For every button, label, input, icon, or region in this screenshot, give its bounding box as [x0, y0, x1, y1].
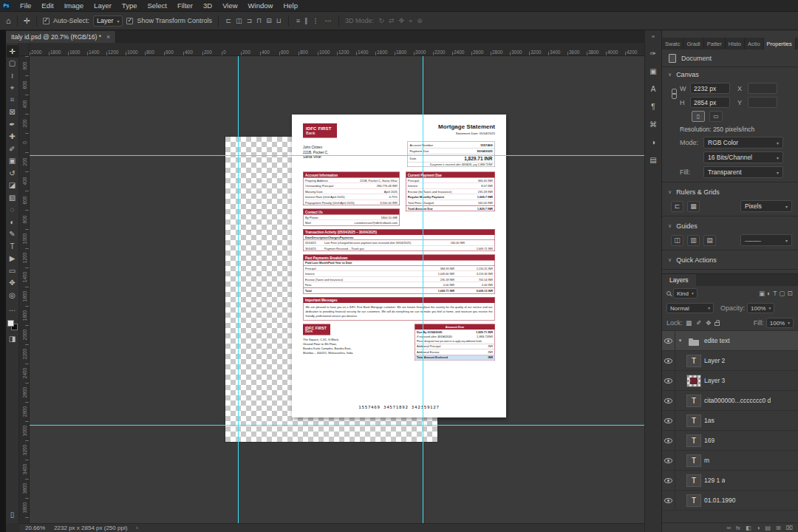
guides-section-header[interactable]: ∨ Guides [662, 219, 798, 233]
menu-view[interactable]: View [217, 0, 242, 11]
guide-layout-icon[interactable]: ◫ [671, 235, 683, 246]
character-panel-icon[interactable]: A [651, 85, 656, 93]
tab-actions[interactable]: Actio [745, 38, 764, 50]
paragraph-panel-icon[interactable]: ¶ [651, 103, 655, 111]
align-top-icon[interactable]: ⊓ [256, 18, 263, 24]
menu-image[interactable]: Image [59, 0, 89, 11]
layer-row-layer-3[interactable]: Layer 3 [662, 371, 798, 391]
layer-name[interactable]: Layer 2 [704, 357, 725, 364]
foreground-background-colors[interactable] [7, 320, 18, 330]
layer-mask-icon[interactable]: ◧ [746, 525, 751, 531]
lock-pixels-icon[interactable]: ✐ [695, 319, 703, 327]
layer-row-edite-text[interactable]: ▾ edite text [662, 331, 798, 351]
menu-file[interactable]: File [15, 0, 36, 11]
layer-row-169[interactable]: T 169 [662, 431, 798, 451]
quick-actions-section-header[interactable]: ∨ Quick Actions [662, 253, 798, 267]
tab-patterns[interactable]: Patter [704, 38, 726, 50]
status-options-icon[interactable]: › [136, 525, 138, 531]
menu-type[interactable]: Type [117, 0, 143, 11]
canvas-section-header[interactable]: ∨ Canvas [662, 67, 798, 81]
marquee-tool[interactable]: ▢ [7, 58, 18, 70]
hand-tool[interactable]: ✥ [7, 277, 18, 290]
height-field[interactable]: 2854 px [690, 97, 730, 108]
tab-close-icon[interactable]: × [106, 33, 110, 41]
y-field[interactable] [748, 97, 777, 108]
crop-tool[interactable]: ⌗ [7, 94, 18, 106]
guide-clear-icon[interactable]: ▥ [687, 235, 700, 246]
screen-mode-icon[interactable]: ▯ [7, 509, 18, 522]
align-right-icon[interactable]: ⊐ [245, 18, 253, 24]
clone-stamp-tool[interactable]: ▣ [7, 155, 18, 168]
landscape-orientation-button[interactable]: ▭ [709, 111, 723, 122]
pen-tool[interactable]: ✎ [7, 228, 18, 241]
vertical-guide-1[interactable] [238, 56, 239, 523]
guide-line-style-dropdown[interactable]: ——— [740, 234, 792, 246]
fill-dropdown[interactable]: 100% [766, 318, 794, 328]
layer-visibility-toggle[interactable] [662, 391, 675, 410]
new-layer-icon[interactable]: ⊞ [776, 525, 781, 531]
align-bottom-icon[interactable]: ⊔ [275, 18, 282, 24]
move-tool[interactable]: ✛ [7, 45, 18, 58]
filter-kind-dropdown[interactable]: Kind [673, 288, 698, 299]
tab-history[interactable]: Histo [726, 38, 745, 50]
layer-name[interactable]: cita000000...ccccccc0 d [704, 397, 771, 404]
group-expand-chevron[interactable]: ▾ [677, 338, 683, 344]
align-h-center-icon[interactable]: ◫ [235, 18, 244, 24]
path-selection-tool[interactable]: ▶ [7, 253, 18, 265]
libraries-panel-icon[interactable]: ▤ [649, 156, 656, 164]
shape-tool[interactable]: ▭ [7, 265, 18, 277]
layer-group-icon[interactable]: ▤ [765, 525, 771, 531]
lock-transparency-icon[interactable]: ▦ [685, 319, 693, 327]
show-transform-controls-checkbox[interactable] [126, 18, 133, 24]
horizontal-guide-1[interactable] [30, 155, 644, 156]
eraser-tool[interactable]: ◪ [7, 180, 18, 192]
adjustment-layer-icon[interactable]: ◑ [757, 525, 760, 531]
zoom-level[interactable]: 20.66% [25, 525, 45, 531]
layer-name[interactable]: 1as [704, 417, 715, 424]
tab-layers[interactable]: Layers [662, 274, 696, 286]
tab-gradients[interactable]: Gradi [683, 38, 703, 50]
portrait-orientation-button[interactable]: ▯ [692, 111, 705, 122]
photoshop-app-icon[interactable]: Ps [2, 1, 10, 10]
zoom-tool[interactable]: ◎ [7, 289, 18, 301]
layer-name[interactable]: Layer 3 [704, 377, 725, 384]
horizontal-guide-2[interactable] [30, 425, 644, 426]
layer-visibility-toggle[interactable] [662, 431, 675, 450]
type-layer-filter-icon[interactable]: T [772, 290, 778, 297]
layer-visibility-toggle[interactable] [662, 371, 675, 390]
clone-source-panel-icon[interactable]: ▣ [649, 67, 656, 75]
history-brush-tool[interactable]: ↺ [7, 167, 18, 180]
pixel-layer-filter-icon[interactable]: ▣ [757, 290, 765, 297]
vertical-guide-2[interactable] [423, 56, 423, 523]
lasso-tool[interactable]: ≀ [7, 69, 18, 82]
auto-select-checkbox[interactable] [43, 18, 50, 24]
layer-visibility-toggle[interactable] [662, 411, 675, 430]
layer-visibility-toggle[interactable] [662, 471, 675, 490]
color-mode-dropdown[interactable]: RGB Color [703, 137, 783, 149]
menu-layer[interactable]: Layer [89, 0, 117, 11]
glyphs-panel-icon[interactable]: ⌘ [649, 120, 657, 129]
mortgage-statement-page[interactable]: IDFC FIRST Bank Mortgage Statement State… [292, 115, 506, 417]
foreground-color-swatch[interactable] [7, 320, 14, 327]
frame-tool[interactable]: ⊠ [7, 106, 18, 119]
collapse-panels-icon[interactable]: « [652, 33, 655, 40]
layer-row-m[interactable]: T m [662, 451, 798, 471]
home-icon[interactable]: ⌂ [6, 17, 11, 25]
layer-name[interactable]: m [704, 457, 709, 464]
layer-row-cita[interactable]: T cita000000...ccccccc0 d [662, 391, 798, 411]
menu-filter[interactable]: Filter [172, 0, 198, 11]
canvas-area[interactable]: IDFC FIRST Bank Mortgage Statement State… [30, 56, 644, 523]
dodge-tool[interactable]: ◐ [7, 216, 18, 228]
layer-effects-icon[interactable]: fx [736, 525, 740, 531]
link-layers-icon[interactable]: ∞ [726, 525, 731, 531]
blend-mode-dropdown[interactable]: Normal [666, 303, 714, 313]
auto-select-target-dropdown[interactable]: Layer [93, 16, 123, 27]
lock-all-icon[interactable] [715, 322, 720, 326]
menu-3d[interactable]: 3D [198, 0, 217, 11]
width-field[interactable]: 2232 px [690, 83, 730, 94]
ruler-units-dropdown[interactable]: Pixels [740, 200, 792, 212]
lock-position-icon[interactable]: ✥ [705, 319, 712, 327]
blur-tool[interactable]: ◌ [7, 204, 18, 216]
distribute-spacing-icon[interactable]: ⋮ [311, 18, 320, 24]
opacity-dropdown[interactable]: 100% [747, 303, 774, 313]
